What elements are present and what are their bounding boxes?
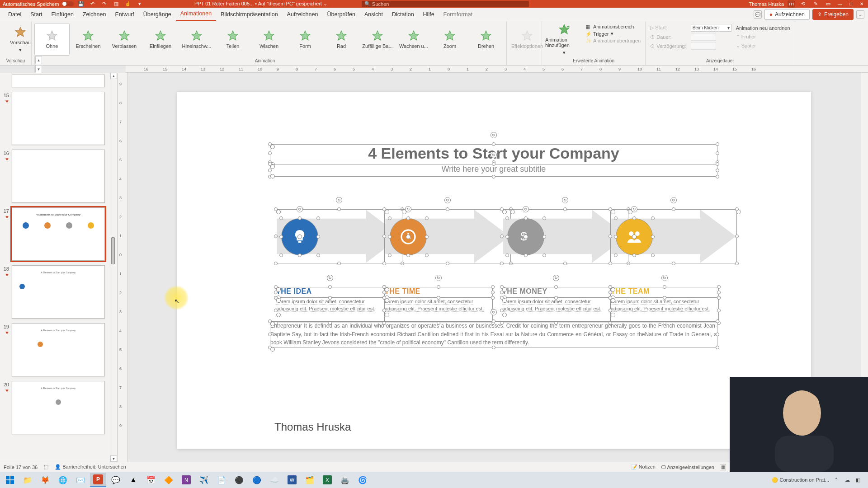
animation-zufällige ba...[interactable]: Zufällige Ba...	[360, 23, 395, 56]
powerpoint-icon[interactable]: P	[90, 473, 106, 487]
body-3[interactable]: Lorem ipsum dolor sit amet, consectetur …	[502, 298, 610, 323]
thumbnails-scrollbar[interactable]: ▲▼	[110, 73, 117, 462]
animation-rad[interactable]: Rad	[324, 23, 359, 56]
autosave-toggle[interactable]	[62, 1, 74, 6]
tab-zeichnen[interactable]: Zeichnen	[78, 9, 110, 21]
circle-icon-1[interactable]	[281, 218, 318, 255]
tab-ansicht[interactable]: Ansicht	[360, 9, 387, 21]
qat-more-icon[interactable]: ▾	[137, 1, 143, 7]
telegram-icon[interactable]: ✈️	[196, 473, 212, 487]
tray-cloud-icon[interactable]: ☁	[844, 476, 851, 483]
duration-spinner[interactable]	[691, 33, 716, 41]
start-dropdown[interactable]: Beim Klicken▾	[691, 24, 731, 32]
ribbon-chevron-icon[interactable]: ⌄	[856, 10, 864, 19]
body-2[interactable]: Lorem ipsum dolor sit amet, consectetur …	[384, 298, 493, 323]
body-1[interactable]: Lorem ipsum dolor sit amet, consectetur …	[276, 298, 384, 323]
share-button[interactable]: ⇪ Freigeben	[812, 9, 854, 20]
app8-icon[interactable]: 🖨️	[337, 473, 353, 487]
comments-icon[interactable]: 💬	[754, 10, 762, 19]
subtitle-textbox[interactable]: Write here your great subtitle	[270, 164, 717, 177]
thumbnail-prev[interactable]	[12, 75, 105, 87]
redo-icon[interactable]: ↷	[101, 1, 108, 7]
rotate-handle[interactable]	[491, 309, 497, 315]
fromstart-icon[interactable]: ▥	[113, 1, 119, 7]
normal-view-icon[interactable]: ▦	[720, 464, 726, 470]
tab-bildschirm[interactable]: Bildschirmpräsentation	[216, 9, 282, 21]
obs-icon[interactable]: ⚫	[231, 473, 247, 487]
body-4[interactable]: Lorem ipsum dolor sit amet, consectetur …	[610, 298, 719, 323]
animation-hineinschw...[interactable]: Hineinschw...	[179, 23, 214, 56]
tab-dictation[interactable]: Dictation	[387, 9, 419, 21]
minimize-button[interactable]: —	[836, 1, 844, 7]
thumbnail-19[interactable]: 4 Elements to Start your Company	[12, 323, 105, 376]
rotate-handle[interactable]	[491, 152, 497, 158]
display-settings-button[interactable]: 🖵 Anzeigeeinstellungen	[661, 465, 714, 470]
touch-icon[interactable]: ☝	[125, 1, 131, 7]
tab-aufzeichnen[interactable]: Aufzeichnen	[283, 9, 323, 21]
word-icon[interactable]: W	[284, 473, 300, 487]
excel-icon[interactable]: X	[319, 473, 335, 487]
animation-wachsen u...[interactable]: Wachsen u...	[396, 23, 431, 56]
trigger-button[interactable]: ⚡Trigger ▾	[585, 31, 641, 37]
circle-icon-2[interactable]	[390, 218, 427, 255]
circle-icon-3[interactable]: $	[507, 218, 544, 255]
later-button[interactable]: ⌄ Später	[736, 43, 790, 49]
thumbnail-18[interactable]: 4 Elements to Start your Company	[12, 265, 105, 319]
gallery-down[interactable]: ▼	[35, 65, 42, 73]
app-icon[interactable]: 💬	[108, 473, 124, 487]
outlook-icon[interactable]: ✉️	[72, 473, 89, 487]
animation-zoom[interactable]: Zoom	[432, 23, 467, 56]
sync-icon[interactable]: ⟲	[800, 1, 806, 7]
tab-datei[interactable]: Datei	[4, 9, 26, 21]
undo-icon[interactable]: ↶	[90, 1, 96, 7]
thumbnail-15[interactable]	[12, 92, 105, 145]
animation-form[interactable]: Form	[288, 23, 323, 56]
record-button[interactable]: ●Aufzeichnen	[764, 9, 810, 20]
close-button[interactable]: ✕	[858, 1, 865, 7]
animation-erscheinen[interactable]: Erscheinen	[71, 23, 106, 56]
language-icon[interactable]: ⬚	[44, 464, 48, 470]
paragraph-textbox[interactable]: Entrepreneur It is defined as an individ…	[270, 321, 717, 347]
draw-icon[interactable]: ✎	[812, 1, 819, 7]
user-avatar[interactable]: TH	[788, 0, 795, 8]
tab-einfuegen[interactable]: Einfügen	[47, 9, 78, 21]
accessibility-status[interactable]: 👤 Barrierefreiheit: Untersuchen	[55, 464, 126, 470]
tab-ueberpruefen[interactable]: Überprüfen	[322, 9, 360, 21]
save-icon[interactable]: 💾	[78, 1, 84, 7]
animation-drehen[interactable]: Drehen	[468, 23, 504, 56]
tab-formformat[interactable]: Formformat	[439, 9, 477, 21]
tab-uebergaenge[interactable]: Übergänge	[139, 9, 176, 21]
thumbnail-16[interactable]	[12, 150, 105, 203]
add-animation-button[interactable]: + Animation hinzufügen▾	[545, 23, 584, 56]
earlier-button[interactable]: ⌃ Früher	[736, 34, 790, 40]
animation-einfliegen[interactable]: Einfliegen	[143, 23, 178, 56]
window-icon[interactable]: ▭	[825, 1, 831, 7]
notes-button[interactable]: 📝 Notizen	[631, 464, 656, 470]
user-name[interactable]: Thomas Hruska	[749, 1, 784, 7]
app7-icon[interactable]: 🗂️	[302, 473, 318, 487]
app2-icon[interactable]: 📅	[143, 473, 159, 487]
onenote-icon[interactable]: N	[178, 473, 194, 487]
app4-icon[interactable]: 📄	[213, 473, 230, 487]
explorer-icon[interactable]: 📁	[19, 473, 36, 487]
tray-chevron-icon[interactable]: ˄	[833, 476, 840, 483]
tab-animationen[interactable]: Animationen	[176, 8, 217, 21]
vlc-icon[interactable]: ▲	[125, 473, 142, 487]
animation-wischen[interactable]: Wischen	[251, 23, 287, 56]
delay-spinner[interactable]	[691, 42, 716, 50]
thumbnail-20[interactable]: 4 Elements to Start your Company	[12, 381, 105, 434]
weather-widget[interactable]: 🟡 Construction on Prat...	[772, 477, 829, 483]
firefox-icon[interactable]: 🦊	[37, 473, 53, 487]
animation-verblassen[interactable]: Verblassen	[107, 23, 142, 56]
thumbnail-17[interactable]: 4 Elements to Start your Company	[12, 207, 105, 261]
animation-teilen[interactable]: Teilen	[215, 23, 250, 56]
search-box[interactable]: 🔍 Suchen	[362, 1, 529, 7]
animation-ohne[interactable]: Ohne	[34, 23, 70, 56]
rotate-handle[interactable]	[491, 132, 497, 138]
circle-icon-4[interactable]	[616, 218, 653, 255]
animation-painter-button[interactable]: ✨Animation übertragen	[585, 38, 641, 43]
chrome-icon[interactable]: 🌐	[55, 473, 71, 487]
tray-app-icon[interactable]: ◧	[854, 476, 862, 483]
app5-icon[interactable]: 🔵	[249, 473, 265, 487]
tab-hilfe[interactable]: Hilfe	[419, 9, 439, 21]
